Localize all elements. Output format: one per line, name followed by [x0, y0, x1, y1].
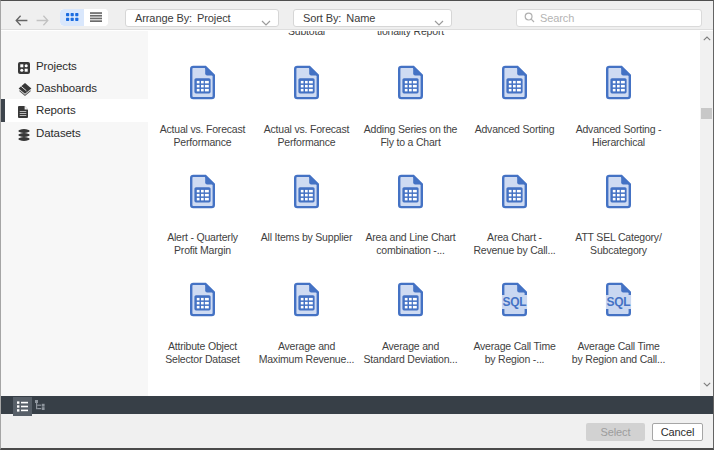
- report-item-label: Average andStandard Deviation...: [359, 340, 463, 366]
- back-arrow-icon[interactable]: [15, 12, 28, 23]
- report-item[interactable]: Attribute ObjectSelector Dataset: [151, 282, 255, 366]
- report-item[interactable]: Area and Line Chartcombination -...: [359, 174, 463, 258]
- statusbar-tree-view-button[interactable]: [34, 399, 48, 412]
- report-item[interactable]: Area Chart -Revenue by Call...: [463, 174, 567, 258]
- report-item[interactable]: SQLAverage Call Timeby Region and Call..…: [567, 282, 671, 366]
- sort-by-dropdown[interactable]: Sort By: Name: [293, 9, 452, 27]
- report-item[interactable]: Average andMaximum Revenue...: [255, 282, 359, 366]
- sidebar-item-projects[interactable]: Projects: [1, 55, 148, 77]
- reports-icon: [18, 104, 30, 116]
- arrange-by-label: Arrange By:: [135, 12, 192, 24]
- dialog-body: ProjectsDashboardsReportsDatasets Actual…: [1, 31, 713, 396]
- report-item-label: Advanced Sorting -Hierarchical: [567, 123, 671, 149]
- statusbar-list-view-button[interactable]: [13, 397, 32, 416]
- svg-text:SQL: SQL: [503, 295, 527, 309]
- report-item[interactable]: SQLAverage Call Timeby Region -...: [463, 282, 567, 366]
- search-icon: [524, 9, 535, 27]
- grid-report-icon: [605, 65, 632, 100]
- arrange-by-dropdown[interactable]: Arrange By: Project: [125, 9, 279, 27]
- select-button[interactable]: Select: [586, 423, 645, 441]
- grid-view-icon: [66, 13, 79, 22]
- report-item-label: Average Call Timeby Region and Call...: [567, 340, 671, 366]
- list-view-icon: [90, 12, 102, 22]
- report-item-partial-label[interactable]: Subtotal: [255, 31, 359, 38]
- report-item[interactable]: Actual vs. ForecastPerformance: [151, 65, 255, 149]
- scrollbar-thumb[interactable]: [701, 108, 712, 119]
- sidebar-item-datasets[interactable]: Datasets: [1, 122, 148, 144]
- projects-icon: [18, 60, 30, 72]
- sidebar-item-label: Reports: [36, 104, 76, 116]
- report-item[interactable]: Alert - QuarterlyProfit Margin: [151, 174, 255, 258]
- report-item[interactable]: Advanced Sorting -Hierarchical: [567, 65, 671, 149]
- search-input[interactable]: [540, 12, 690, 24]
- sql-report-icon: SQL: [605, 282, 632, 317]
- report-item-label: All Items by Supplier: [255, 231, 359, 244]
- grid-report-icon: [293, 65, 320, 100]
- report-item-label: Alert - QuarterlyProfit Margin: [151, 231, 255, 257]
- scrollbar-down-icon[interactable]: [700, 378, 713, 391]
- search-box: [516, 9, 702, 27]
- item-picker-dialog: Arrange By: Project Sort By: Name Projec…: [0, 0, 714, 450]
- sidebar-item-dashboards[interactable]: Dashboards: [1, 77, 148, 99]
- sidebar-item-label: Datasets: [36, 127, 81, 139]
- report-item-label: Average andMaximum Revenue...: [255, 340, 359, 366]
- report-item-label: Average Call Timeby Region -...: [463, 340, 567, 366]
- report-item-partial-label[interactable]: tionality Report: [359, 31, 463, 38]
- report-item[interactable]: Average andStandard Deviation...: [359, 282, 463, 366]
- report-item[interactable]: All Items by Supplier: [255, 174, 359, 245]
- grid-report-icon: [397, 65, 424, 100]
- svg-text:SQL: SQL: [607, 295, 631, 309]
- toolbar: Arrange By: Project Sort By: Name: [1, 1, 713, 30]
- grid-report-icon: [397, 282, 424, 317]
- list-view-details-icon: [17, 401, 28, 412]
- grid-report-icon: [501, 174, 528, 209]
- sidebar-item-reports[interactable]: Reports: [1, 99, 148, 121]
- report-item-label: Adding Series on theFly to a Chart: [359, 123, 463, 149]
- report-item-label: Actual vs. ForecastPerformance: [151, 123, 255, 149]
- forward-arrow-icon[interactable]: [36, 12, 49, 23]
- view-mode-toggle: [60, 9, 108, 26]
- grid-view-button[interactable]: [60, 9, 84, 26]
- grid-report-icon: [293, 282, 320, 317]
- scrollbar-up-icon[interactable]: [700, 32, 713, 45]
- report-item-label: tionality Report: [359, 31, 463, 38]
- report-item-label: Area Chart -Revenue by Call...: [463, 231, 567, 257]
- report-item-label: Subtotal: [255, 31, 359, 38]
- vertical-scrollbar[interactable]: [700, 31, 713, 396]
- grid-report-icon: [605, 174, 632, 209]
- cancel-button[interactable]: Cancel: [652, 423, 703, 441]
- grid-report-icon: [501, 65, 528, 100]
- sidebar-item-label: Dashboards: [36, 82, 97, 94]
- report-item-label: ATT SEL Category/Subcategory: [567, 231, 671, 257]
- grid-report-icon: [189, 174, 216, 209]
- report-item-label: Advanced Sorting: [463, 123, 567, 136]
- statusbar: [1, 396, 713, 414]
- footer: Select Cancel: [1, 414, 713, 448]
- list-view-button[interactable]: [84, 9, 108, 26]
- chevron-down-icon: [261, 16, 271, 28]
- report-item-label: Area and Line Chartcombination -...: [359, 231, 463, 257]
- grid-report-icon: [397, 174, 424, 209]
- grid-report-icon: [189, 282, 216, 317]
- grid-report-icon: [189, 65, 216, 100]
- sidebar-item-label: Projects: [36, 60, 77, 72]
- datasets-icon: [18, 127, 30, 139]
- report-item[interactable]: Advanced Sorting: [463, 65, 567, 136]
- sql-report-icon: SQL: [501, 282, 528, 317]
- report-item[interactable]: ATT SEL Category/Subcategory: [567, 174, 671, 258]
- chevron-down-icon: [434, 16, 444, 28]
- report-item-label: Actual vs. ForecastPerformance: [255, 123, 359, 149]
- dashboards-icon: [18, 82, 30, 94]
- grid-report-icon: [293, 174, 320, 209]
- report-item[interactable]: Adding Series on theFly to a Chart: [359, 65, 463, 149]
- report-item-label: Attribute ObjectSelector Dataset: [151, 340, 255, 366]
- content-area: Actual vs. ForecastPerformanceActual vs.…: [148, 31, 713, 396]
- sort-by-label: Sort By:: [303, 12, 341, 24]
- tree-view-icon: [35, 400, 48, 412]
- arrange-by-value: Project: [197, 12, 231, 24]
- sort-by-value: Name: [346, 12, 375, 24]
- report-item[interactable]: Actual vs. ForecastPerformance: [255, 65, 359, 149]
- sidebar: ProjectsDashboardsReportsDatasets: [1, 31, 148, 396]
